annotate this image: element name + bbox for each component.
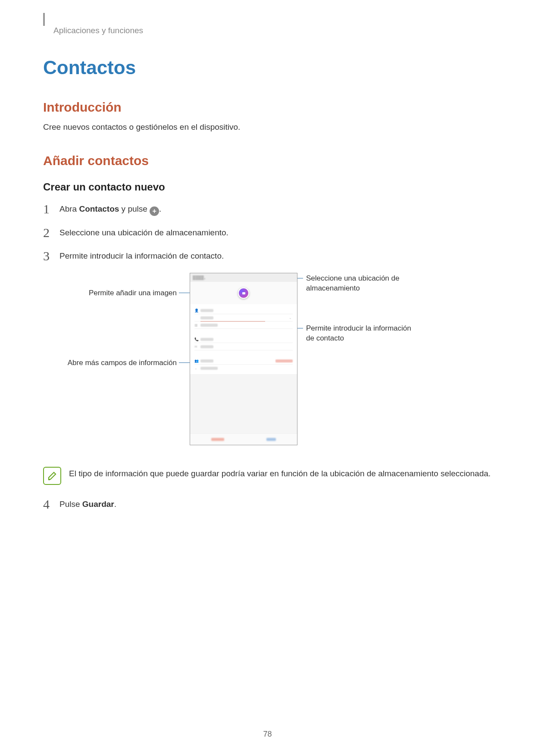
phone-icon: 📞 <box>194 337 198 341</box>
cancel-button <box>211 438 224 441</box>
breadcrumb: Aplicaciones y funciones <box>53 26 492 35</box>
ss-image-area <box>190 282 297 304</box>
step-number: 3 <box>43 250 59 262</box>
camera-icon <box>238 287 249 299</box>
step-item: 4 Pulse Guardar. <box>43 498 492 511</box>
header-rule <box>43 13 45 26</box>
chevron-down-icon: ⌄ <box>289 316 292 320</box>
save-button <box>266 438 276 441</box>
note-block: El tipo de información que puede guardar… <box>43 467 492 485</box>
step-body: Seleccione una ubicación de almacenamien… <box>59 226 228 237</box>
plus-icon: + <box>150 206 159 216</box>
step-number: 1 <box>43 203 59 216</box>
chevron-down-icon: ⌄ <box>194 366 198 370</box>
callout-add-image: Permite añadir una imagen <box>43 288 177 298</box>
step-item: 3 Permite introducir la información de c… <box>43 250 492 262</box>
callout-more-fields: Abre más campos de información <box>43 358 177 368</box>
screenshot-contact-form: ████ ▾ 👤 ⌄ ▦ 📞 ✉ 👥 ⌄ <box>190 273 297 445</box>
step-number: 2 <box>43 226 59 239</box>
ss-form: 👤 ⌄ ▦ 📞 ✉ 👥 ⌄ <box>190 304 297 374</box>
step-body: Abra Contactos y pulse +. <box>59 203 161 216</box>
ss-bottombar <box>190 433 297 445</box>
sub-heading-create: Crear un contacto nuevo <box>43 181 492 193</box>
figure-container: Permite añadir una imagen Abre más campo… <box>43 273 492 454</box>
step-item: 1 Abra Contactos y pulse +. <box>43 203 492 216</box>
step-body: Pulse Guardar. <box>59 498 116 509</box>
building-icon: ▦ <box>194 323 198 327</box>
section-heading-add: Añadir contactos <box>43 153 492 168</box>
callout-storage: Seleccione una ubicación de almacenamien… <box>306 274 418 294</box>
note-icon <box>43 467 61 485</box>
intro-text: Cree nuevos contactos o gestiónelos en e… <box>43 122 492 132</box>
page-title: Contactos <box>43 57 492 78</box>
group-icon: 👥 <box>194 359 198 362</box>
note-text: El tipo de información que puede guardar… <box>69 467 491 480</box>
callout-enter-info: Permite introducir la información de con… <box>306 324 418 344</box>
step-number: 4 <box>43 498 59 511</box>
ss-topbar: ████ ▾ <box>190 273 297 282</box>
person-icon: 👤 <box>194 309 198 312</box>
mail-icon: ✉ <box>194 345 198 348</box>
step-body: Permite introducir la información de con… <box>59 250 224 261</box>
step-item: 2 Seleccione una ubicación de almacenami… <box>43 226 492 239</box>
page-number: 78 <box>263 730 272 739</box>
section-heading-intro: Introducción <box>43 100 492 115</box>
